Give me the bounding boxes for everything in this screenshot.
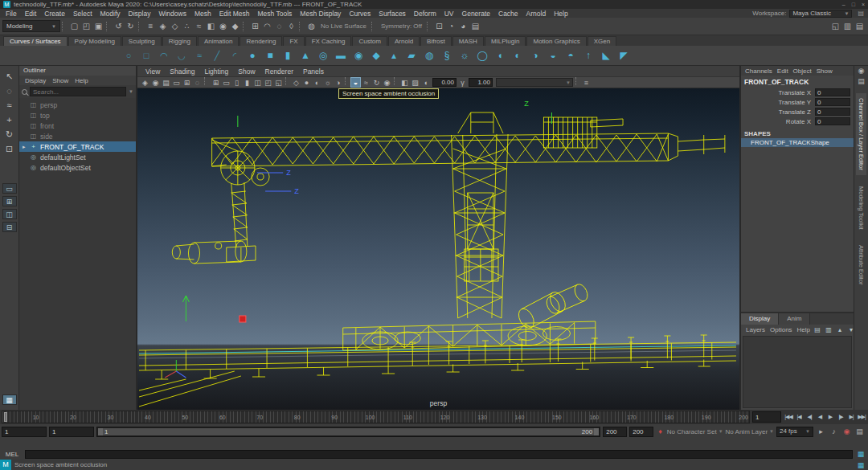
channel-value-field[interactable]: 0	[815, 98, 850, 106]
shelf-tab[interactable]: MILPlugin	[485, 36, 526, 46]
range-start-field[interactable]: 1	[49, 427, 94, 437]
new-empty-layer-icon[interactable]: ▤	[813, 326, 822, 333]
select-mask-points-icon[interactable]: ∴	[181, 20, 193, 33]
tab-attribute-editor[interactable]: Attribute Editor	[856, 240, 866, 290]
render-settings-icon[interactable]: ▤	[469, 20, 481, 33]
step-back-key-button[interactable]: ◀|	[805, 411, 814, 423]
rotate-tool-icon[interactable]: ↻	[2, 127, 17, 141]
outliner-item-front[interactable]: ◫ front	[19, 121, 136, 131]
channel-label[interactable]: Rotate X	[741, 118, 815, 125]
gamma-field[interactable]: 1.00	[469, 78, 493, 87]
outliner-item-front-of-track[interactable]: ▸ + FRONT_OF_TRACK	[19, 141, 136, 152]
separator[interactable]	[204, 77, 208, 85]
shelf-tab[interactable]: Animation	[198, 36, 240, 46]
view-transform-dropdown[interactable]: ▼	[496, 78, 573, 87]
shelf-tab[interactable]: Custom	[352, 36, 387, 46]
play-forwards-button[interactable]: ▶	[825, 411, 835, 423]
nurbs-circle-icon[interactable]: ○	[121, 47, 137, 63]
snap-to-point-icon[interactable]: ◌	[273, 20, 285, 33]
animation-preferences-icon[interactable]: ▤	[854, 426, 865, 437]
step-forward-frame-button[interactable]: ▶|	[846, 411, 856, 423]
layer-editor-tab[interactable]: Anim	[779, 313, 810, 325]
poly-cone-icon[interactable]: ▲	[297, 47, 313, 63]
outliner-menu-item[interactable]: Show	[49, 77, 72, 84]
tab-channel-box-layer-editor[interactable]: Channel Box / Layer Editor	[856, 93, 866, 175]
select-component-icon[interactable]: ◇	[169, 20, 181, 33]
shelf-tab[interactable]: Sculpting	[122, 36, 162, 46]
channel-box-toggle-icon[interactable]: ▥	[841, 20, 854, 33]
wireframe-icon[interactable]: ◇	[291, 77, 301, 88]
pencil-curve-icon[interactable]: ╱	[209, 47, 225, 63]
range-end-field[interactable]: 200	[629, 427, 653, 437]
bookmark-icon[interactable]: ▤	[161, 77, 171, 88]
select-mask-surfaces-icon[interactable]: ◧	[205, 20, 217, 33]
menu-item[interactable]: Surfaces	[375, 10, 410, 18]
platonic-solid-icon[interactable]: ◆	[368, 47, 384, 63]
select-mask-deformers-icon[interactable]: ◉	[217, 20, 229, 33]
shelf-tab[interactable]: Motion Graphics	[526, 36, 586, 46]
separate-icon[interactable]: ◓	[563, 47, 579, 63]
extrude-icon[interactable]: ↑	[580, 47, 596, 63]
separator[interactable]	[575, 77, 579, 85]
safe-action-icon[interactable]: ◰	[263, 77, 273, 88]
range-end-field[interactable]: 200	[603, 427, 627, 437]
menu-item[interactable]: Select	[69, 10, 96, 18]
menu-item[interactable]: Deform	[410, 10, 440, 18]
safe-title-icon[interactable]: ◱	[273, 77, 284, 88]
outliner-item-default-light-set[interactable]: ◎ defaultLightSet	[19, 152, 136, 162]
2d-pan-zoom-icon[interactable]: ⊞	[182, 77, 192, 88]
range-handle-right[interactable]	[594, 428, 599, 435]
new-layer-from-selected-icon[interactable]: ▥	[824, 326, 833, 333]
textured-icon[interactable]: ◐	[312, 77, 322, 88]
step-forward-key-button[interactable]: |▶	[836, 411, 845, 423]
lock-camera-icon[interactable]: ◈	[140, 77, 150, 88]
viewport-menu-item[interactable]: View	[141, 67, 165, 76]
range-start-field[interactable]: 1	[2, 427, 47, 437]
snap-to-plane-ic[interactable]: ◊	[285, 20, 297, 33]
undo-icon[interactable]: ↺	[113, 20, 125, 33]
menu-item[interactable]: Create	[40, 10, 69, 18]
go-to-start-button[interactable]: |◀◀	[784, 411, 793, 423]
menu-item[interactable]: Modify	[96, 10, 125, 18]
poly-torus-icon[interactable]: ◎	[315, 47, 331, 63]
renderer-options-icon[interactable]: ≡	[581, 77, 592, 88]
shelf-tab[interactable]: Rendering	[240, 36, 282, 46]
shelf-tab[interactable]: XGen	[588, 36, 616, 46]
panel-options-icon[interactable]: ▤	[855, 76, 868, 87]
chevron-down-icon[interactable]: ▼	[129, 89, 133, 94]
poly-plane-icon[interactable]: ▬	[333, 47, 349, 63]
snap-to-curve-icon[interactable]: ◠	[261, 20, 273, 33]
search-input[interactable]	[30, 87, 126, 96]
shelf-tab[interactable]: Bifrost	[420, 36, 452, 46]
fps-dropdown[interactable]: 24 fps▼	[776, 427, 813, 437]
modeling-toolkit-toggle-icon[interactable]: ◱	[829, 20, 841, 33]
bezier-curve-icon[interactable]: ≈	[191, 47, 207, 63]
scene-new-icon[interactable]: ▢	[68, 20, 80, 33]
shelf-tab[interactable]: FX	[283, 36, 304, 46]
poly-cylinder-icon[interactable]: ▮	[280, 47, 296, 63]
grid-icon[interactable]: ⊞	[211, 77, 221, 88]
range-handle-left[interactable]	[98, 428, 103, 435]
ipr-render-icon[interactable]: ◕	[457, 20, 469, 33]
outliner-item-default-object-set[interactable]: ◎ defaultObjectSet	[19, 162, 136, 173]
poly-disc-icon[interactable]: ◉	[350, 47, 366, 63]
menu-item[interactable]: Cache	[494, 10, 522, 18]
menu-item[interactable]: Help	[550, 10, 571, 18]
step-back-frame-button[interactable]: |◀	[794, 411, 804, 423]
shelf-tab[interactable]: Arnold	[388, 36, 420, 46]
resolution-gate-icon[interactable]: ▯	[231, 77, 242, 88]
separator[interactable]	[345, 77, 349, 85]
channel-label[interactable]: Translate Z	[741, 108, 815, 116]
lasso-tool-icon[interactable]: ◌	[2, 84, 17, 98]
gamma-icon[interactable]: γ	[457, 77, 468, 88]
poly-sphere-icon[interactable]: ●	[244, 47, 260, 63]
character-set-dropdown[interactable]: No Character Set▼	[667, 428, 723, 435]
menu-item[interactable]: Arnold	[522, 10, 551, 18]
sculpt-tool-icon[interactable]: ◖	[492, 47, 508, 63]
shape-node-name[interactable]: FRONT_OF_TRACKShape	[741, 138, 854, 147]
y-axis-manipulator[interactable]	[182, 296, 189, 321]
select-object-icon[interactable]: ◈	[157, 20, 169, 33]
minimize-button[interactable]: –	[842, 2, 845, 7]
channel-value-field[interactable]: 0	[815, 108, 850, 116]
auto-keyframe-icon[interactable]: ◉	[841, 426, 852, 437]
